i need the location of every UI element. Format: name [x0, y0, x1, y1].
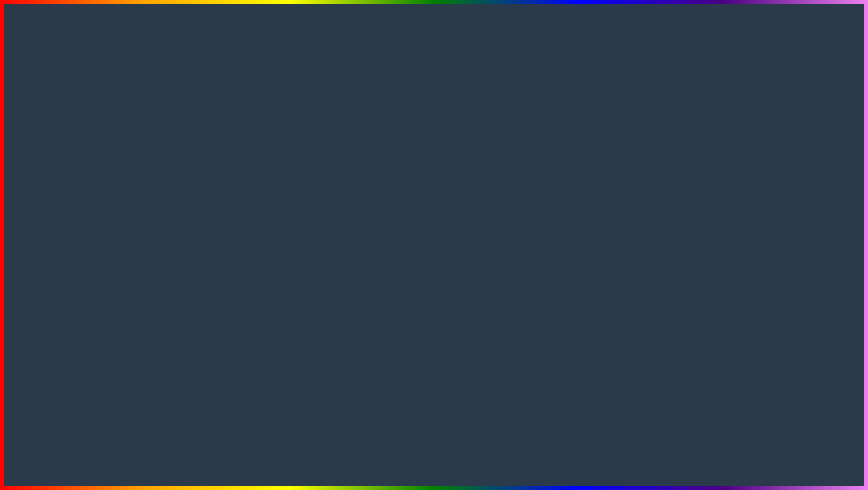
sidebar-terror[interactable]: Terrorr & Ra — [72, 163, 118, 170]
r-sidebar-hop-farming[interactable]: Hop Farming — [401, 201, 447, 209]
gui-right-window: HoHo Hub - Blox Fruit Gen 3 | update 20 … — [398, 121, 596, 261]
checkbox-no-stun[interactable]: No Stun — [451, 199, 592, 204]
gui-left-window: HoHo Hub - Blox Fruit Gen 3 | update 20 … — [70, 121, 259, 255]
gui-remove-env-btn[interactable]: Remove Enviroments Effect — [123, 142, 255, 151]
gui-right-body: ☐ Lock Camera About Debug ▼Farming Farm … — [399, 130, 595, 260]
r-sidebar-shop[interactable]: Shop — [401, 193, 447, 201]
checkbox-attack-levithan[interactable]: Attack Levithan (must spawned) — [123, 205, 255, 210]
checkbox-remove-heavy[interactable]: ✓ Remove Heavy Effect — [451, 185, 592, 191]
bottom-title: UPDATE 20 SCRIPT PASTEBIN — [27, 420, 607, 472]
r-sidebar-auto-farm[interactable]: Auto Farm — [401, 186, 447, 193]
r-sidebar-farm-config[interactable]: Farm Config — [401, 163, 447, 170]
logo-blox: BLOX — [777, 441, 833, 461]
checkbox-view-hitbox-box[interactable] — [451, 220, 456, 225]
checkbox-anchor-box[interactable]: ✓ — [123, 198, 128, 204]
btn-tween-frozen[interactable]: Tween to Frozen Island (must spawned) — [123, 222, 255, 230]
checkbox-fishes-box[interactable]: ✓ — [123, 171, 128, 177]
checkbox-white-screen-label: White Screen — [458, 179, 485, 184]
checkbox-supper-fast[interactable]: ✓ Supper Fast Attack Only Deal DMG to M — [451, 149, 592, 154]
checkbox-ghost-box[interactable] — [123, 178, 128, 183]
misc-config-2-label: Misc Config 2 — [451, 156, 592, 162]
progress-dist-x — [451, 233, 592, 236]
gui-left-body: ☐ Lock Camera ing m Config nts Terrorr &… — [71, 130, 258, 254]
sidebar-el[interactable]: el — [72, 178, 118, 186]
gui-right-titlebar-dot — [402, 125, 405, 128]
shark-tooth-card: 🦷 Shark Tooth — [31, 256, 90, 307]
progress-dist-y-label: 194/200 — [451, 254, 592, 258]
checkbox-no-clip-box[interactable] — [451, 192, 456, 197]
checkbox-auto-sail-box[interactable]: ✓ — [123, 152, 128, 157]
r-sidebar-mod[interactable]: ►Mod — [401, 232, 447, 239]
checkbox-no-clip[interactable]: No Clip — [451, 192, 592, 197]
sidebar-lock-camera[interactable]: ☐ Lock Camera — [72, 132, 118, 140]
checkbox-auto-ally[interactable]: Auto Ally @everyone — [451, 205, 592, 211]
checkbox-auto-anchor[interactable]: ✓ Auto Anchor — [123, 198, 255, 204]
sidebar-hop-farming[interactable]: Hop Farming — [72, 170, 118, 178]
r-sidebar-lock-camera[interactable]: ☐ Lock Camera — [401, 132, 447, 140]
blox-fruits-logo: BLOX FRUITS — [760, 414, 850, 481]
checkbox-attack-fishes[interactable]: ✓ Attack Fishes (Crew/Shark/Piranha) — [123, 171, 255, 177]
auto-join-team-select[interactable]: Auto Join Team: Pirate ▽ — [451, 163, 592, 170]
checkbox-auto-sail-label: Auto Sail In Rough Sea — [130, 152, 177, 157]
checkbox-auto-click[interactable]: Auto Click — [451, 172, 592, 177]
gui-titlebar-dot — [73, 125, 77, 128]
gui-left-titlebar: HoHo Hub - Blox Fruit Gen 3 | update 20 — [71, 122, 258, 130]
checkbox-collect-chest[interactable]: Collect Chest From Treasure Island — [123, 192, 255, 197]
gui-left-sidebar: ☐ Lock Camera ing m Config nts Terrorr &… — [71, 130, 120, 254]
sidebar-farming[interactable]: ing — [72, 140, 118, 147]
main-title: BLOX FRUITS — [0, 13, 868, 96]
mutant-tooth-count: x9 — [760, 225, 810, 232]
checkbox-auto-sail[interactable]: ✓ Auto Sail In Rough Sea — [123, 152, 255, 157]
super-fast-label: Super Fast Attack Delay (recommend 6) — [451, 133, 592, 138]
btn-talk-to-spy[interactable]: Talk To Spy (NPC spawn frozen island) — [123, 212, 255, 220]
checkbox-attack-terrorshark[interactable]: ✓ Attack Terrorshark (Boss) — [123, 165, 255, 170]
checkbox-auto-ally-box[interactable] — [451, 205, 456, 211]
r-sidebar-farming[interactable]: ▼Farming — [401, 155, 447, 163]
checkbox-view-hitbox-label: View Hitbox — [458, 220, 482, 225]
checkbox-no-clip-label: No Clip — [458, 192, 473, 197]
gui-config-subtext: Config Farm Distance When Farming Terror… — [123, 159, 255, 163]
checkbox-chest-label: Collect Chest From Treasure Island — [130, 192, 201, 197]
sidebar-points[interactable]: nts — [72, 155, 118, 163]
checkbox-auto-click-label: Auto Click — [458, 172, 479, 177]
r-sidebar-points[interactable]: Points — [401, 170, 447, 178]
electric-wing-count: x19 — [756, 144, 810, 151]
checkbox-terrorshark-label: Attack Terrorshark (Boss) — [130, 165, 181, 170]
bg-structure-right — [621, 157, 688, 315]
bg-pipe — [706, 90, 742, 315]
checkbox-attack-ghost[interactable]: Attack Ghost Boats — [123, 178, 255, 183]
r-sidebar-player[interactable]: ►Player — [401, 224, 447, 232]
checkbox-chest-box[interactable] — [123, 192, 128, 197]
checkbox-view-hitbox[interactable]: View Hitbox — [451, 220, 592, 225]
btn-tween-levithan-gate[interactable]: Tween to Levithan Gate (must spawned, so… — [123, 232, 255, 240]
shark-tooth-name: Shark Tooth — [36, 296, 85, 302]
checkbox-white-screen-box[interactable] — [451, 178, 456, 184]
checkbox-no-stun-box[interactable] — [451, 199, 456, 204]
btn-stop-tween[interactable]: Stop Tween — [123, 241, 255, 250]
r-sidebar-about[interactable]: About — [401, 140, 447, 147]
checkbox-terrorshark-box[interactable]: ✓ — [123, 165, 128, 170]
update-number: 20 — [221, 421, 284, 471]
sidebar-farm-config[interactable]: m Config — [72, 147, 118, 155]
shark-tooth-icon: 🦷 — [45, 263, 76, 294]
checkbox-attack-sea-beasts[interactable]: ✓ Attack Sea Beasts — [123, 185, 255, 190]
checkbox-auto-click-box[interactable] — [451, 172, 456, 177]
gui-left-title: HoHo Hub - Blox Fruit Gen 3 | update 20 — [80, 124, 174, 129]
checkbox-sea-beasts-box[interactable]: ✓ — [123, 185, 128, 190]
checkbox-remove-heavy-box[interactable]: ✓ — [451, 185, 456, 191]
r-sidebar-raid[interactable]: ►Raid — [401, 216, 447, 224]
gui-right-sidebar: ☐ Lock Camera About Debug ▼Farming Farm … — [399, 130, 448, 260]
checkbox-supper-fast-box[interactable]: ✓ — [451, 149, 456, 154]
checkbox-no-stun-label: No Stun — [458, 199, 474, 204]
checkbox-white-screen[interactable]: White Screen — [451, 178, 592, 184]
progress-dist-y-fill — [451, 249, 588, 253]
workspace-label: Workspace — [451, 213, 592, 218]
r-sidebar-setting[interactable]: Setting — [401, 239, 447, 247]
r-sidebar-webhook[interactable]: Webhook & Ram — [401, 178, 447, 186]
gui-right-titlebar: HoHo Hub - Blox Fruit Gen 3 | update 20 — [399, 122, 595, 130]
logo-fruits: FRUITS — [769, 461, 842, 481]
checkbox-levithan-box[interactable] — [123, 205, 128, 210]
gui-left-border-bottom — [68, 488, 260, 490]
r-sidebar-debug[interactable]: Debug — [401, 147, 447, 155]
r-sidebar-misc[interactable]: ►Misc — [401, 209, 447, 216]
